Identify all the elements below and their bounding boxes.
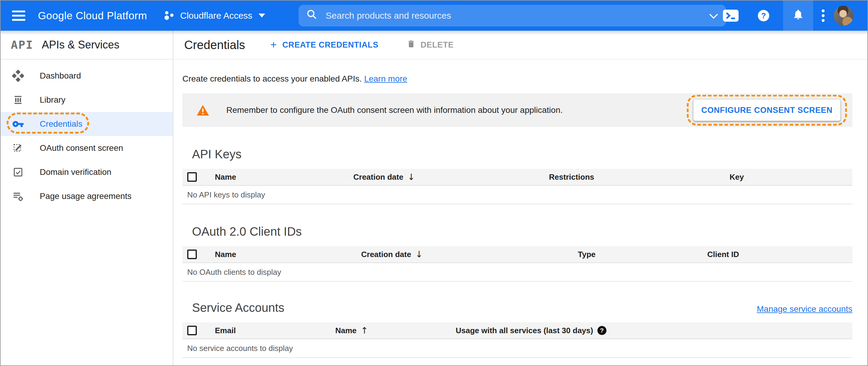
- tutorial-highlight-outline: CONFIGURE CONSENT SCREEN: [687, 95, 847, 126]
- service-accounts-table-header: Email Name ↑ Usage with all services (la…: [182, 323, 852, 339]
- sort-ascending-icon: ↑: [361, 325, 368, 336]
- column-header-creation-date[interactable]: Creation date ↓: [348, 172, 544, 182]
- column-header-creation-date[interactable]: Creation date ↓: [356, 249, 573, 260]
- api-keys-empty-state: No API keys to display: [182, 186, 852, 204]
- sidebar-item-oauth-consent-screen[interactable]: OAuth consent screen: [1, 136, 173, 160]
- usage-help-icon[interactable]: ?: [597, 326, 607, 335]
- service-accounts-title-row: Service Accounts Manage service accounts: [192, 301, 852, 314]
- oauth-clients-table: Name Creation date ↓ Type Client ID No O…: [182, 246, 852, 282]
- intro-text: Create credentials to access your enable…: [182, 74, 852, 84]
- search-input[interactable]: [324, 10, 709, 21]
- service-accounts-table: Email Name ↑ Usage with all services (la…: [182, 323, 852, 358]
- column-header-email[interactable]: Email: [210, 326, 331, 335]
- api-keys-table-header: Name Creation date ↓ Restrictions Key: [182, 169, 852, 186]
- sidebar-item-credentials[interactable]: Credentials: [1, 112, 173, 136]
- plus-icon: +: [270, 39, 277, 50]
- banner-message: Remember to configure the OAuth consent …: [226, 105, 719, 115]
- learn-more-link[interactable]: Learn more: [364, 74, 407, 83]
- dashboard-icon: [11, 70, 25, 82]
- page-header: Credentials + CREATE CREDENTIALS DELETE: [174, 31, 867, 60]
- list-gear-icon: [11, 190, 25, 202]
- product-logo-text[interactable]: Google Cloud Platform: [38, 10, 147, 22]
- search-bar[interactable]: [299, 5, 726, 27]
- sidebar-item-dashboard[interactable]: Dashboard: [1, 64, 173, 88]
- oauth-clients-empty-state: No OAuth clients to display: [182, 263, 852, 282]
- service-accounts-empty-state: No service accounts to display: [182, 339, 852, 358]
- gcp-console-window: Google Cloud Platform Cloudflare Access: [0, 0, 868, 366]
- project-selector[interactable]: Cloudflare Access: [163, 10, 265, 22]
- sidebar-item-page-usage-agreements[interactable]: Page usage agreements: [1, 184, 173, 208]
- select-all-checkbox[interactable]: [187, 249, 197, 259]
- column-header-client-id[interactable]: Client ID: [703, 250, 852, 259]
- sort-descending-icon: ↓: [407, 172, 415, 182]
- create-credentials-button[interactable]: + CREATE CREDENTIALS: [270, 39, 378, 50]
- consent-warning-banner: Remember to configure the OAuth consent …: [182, 93, 852, 127]
- topbar-actions: ?: [723, 1, 867, 31]
- sidebar-item-domain-verification[interactable]: Domain verification: [1, 160, 173, 184]
- cloud-shell-icon[interactable]: [723, 10, 739, 22]
- column-header-restrictions[interactable]: Restrictions: [544, 173, 725, 182]
- sidebar-title: APIs & Services: [42, 38, 120, 51]
- project-name: Cloudflare Access: [180, 10, 252, 21]
- consent-screen-icon: [11, 142, 25, 154]
- consent-button-area: CONFIGURE CONSENT SCREEN: [687, 95, 847, 126]
- project-hexagons-icon: [163, 10, 175, 22]
- checkbox-check-icon: [11, 166, 25, 178]
- delete-button[interactable]: DELETE: [407, 39, 454, 51]
- key-icon: [11, 118, 25, 130]
- sidebar-nav: Dashboard Library Credentials: [1, 60, 173, 208]
- select-all-checkbox[interactable]: [187, 172, 197, 182]
- overflow-menu-icon[interactable]: [822, 9, 825, 22]
- api-logo: API: [11, 38, 33, 52]
- section-title-api-keys: API Keys: [192, 148, 852, 161]
- manage-service-accounts-link[interactable]: Manage service accounts: [757, 304, 852, 314]
- configure-consent-screen-button[interactable]: CONFIGURE CONSENT SCREEN: [693, 100, 840, 121]
- oauth-clients-table-header: Name Creation date ↓ Type Client ID: [182, 246, 852, 263]
- column-header-type[interactable]: Type: [573, 250, 703, 259]
- top-app-bar: Google Cloud Platform Cloudflare Access: [1, 1, 867, 31]
- search-icon: [306, 9, 317, 22]
- search-chevron-down-icon[interactable]: [709, 10, 718, 21]
- column-header-key[interactable]: Key: [725, 173, 852, 182]
- trash-icon: [407, 39, 421, 51]
- library-icon: [11, 94, 25, 106]
- column-header-usage[interactable]: Usage with all services (last 30 days) ?: [451, 326, 852, 335]
- section-title-service-accounts: Service Accounts: [192, 301, 284, 314]
- sort-descending-icon: ↓: [415, 249, 423, 260]
- main-content: Create credentials to access your enable…: [174, 60, 867, 365]
- sidebar: API APIs & Services Dashboard: [1, 31, 173, 365]
- section-title-oauth-clients: OAuth 2.0 Client IDs: [192, 225, 852, 238]
- column-header-name[interactable]: Name: [210, 250, 356, 259]
- page-title: Credentials: [184, 38, 245, 52]
- notifications-button[interactable]: [783, 1, 813, 31]
- project-caret-down-icon: [258, 13, 265, 18]
- help-icon[interactable]: ?: [758, 10, 769, 21]
- account-avatar[interactable]: [834, 6, 854, 26]
- column-header-name[interactable]: Name ↑: [331, 325, 451, 336]
- api-keys-table: Name Creation date ↓ Restrictions Key No…: [182, 169, 852, 204]
- select-all-checkbox[interactable]: [187, 326, 197, 335]
- menu-icon[interactable]: [12, 10, 25, 21]
- bell-icon: [792, 8, 804, 23]
- warning-triangle-icon: [196, 104, 210, 116]
- sidebar-item-library[interactable]: Library: [1, 88, 173, 112]
- column-header-name[interactable]: Name: [210, 173, 348, 182]
- sidebar-header: API APIs & Services: [1, 31, 173, 60]
